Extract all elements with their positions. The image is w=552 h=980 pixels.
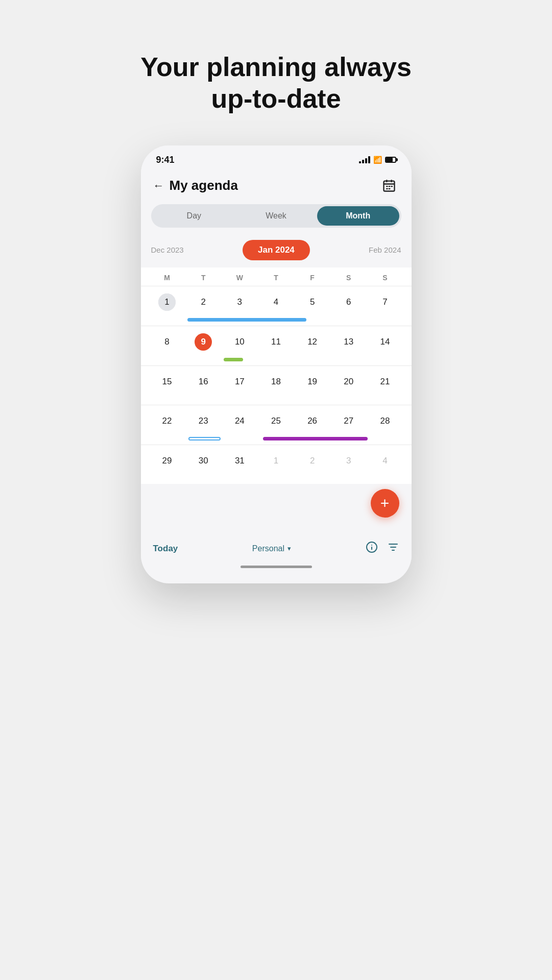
- calendar-day-feb-4[interactable]: 4: [367, 445, 403, 477]
- status-bar: 9:41 📶: [141, 145, 412, 170]
- calendar-day-24[interactable]: 24: [222, 405, 258, 437]
- calendar-grid: 1 2 3 4 5 6 7 8 9 10 11: [141, 286, 412, 484]
- back-button[interactable]: ←: [153, 179, 164, 192]
- calendar-day-11[interactable]: 11: [258, 326, 294, 358]
- calendar-week-3: 15 16 17 18 19 20 21: [141, 365, 412, 405]
- calendar-day-21[interactable]: 21: [367, 366, 403, 398]
- bottom-bar: Today Personal ▾: [141, 533, 412, 560]
- event-bar-week1: [149, 318, 403, 326]
- personal-dropdown[interactable]: Personal ▾: [252, 544, 291, 553]
- calendar-day-10[interactable]: 10: [222, 326, 258, 358]
- tab-week[interactable]: Week: [235, 206, 317, 226]
- home-indicator: [241, 566, 312, 568]
- event-bar-week2: [149, 358, 403, 365]
- calendar-day-13[interactable]: 13: [330, 326, 367, 358]
- day-header-f: F: [294, 272, 330, 284]
- event-blue-1: [187, 318, 307, 322]
- calendar-week-4: 22 23 24 25 26 27 28: [141, 405, 412, 445]
- calendar-day-9[interactable]: 9: [185, 326, 222, 358]
- calendar-icon: [382, 179, 396, 193]
- app-title: My agenda: [170, 178, 238, 193]
- calendar-day-28[interactable]: 28: [367, 405, 403, 437]
- personal-label: Personal: [252, 544, 284, 553]
- next-month-button[interactable]: Feb 2024: [369, 246, 401, 254]
- calendar-week-1: 1 2 3 4 5 6 7: [141, 286, 412, 326]
- day-header-m: M: [149, 272, 185, 284]
- calendar-day-1[interactable]: 1: [149, 286, 185, 318]
- tab-day[interactable]: Day: [153, 206, 235, 226]
- calendar-day-14[interactable]: 14: [367, 326, 403, 358]
- wifi-icon: 📶: [373, 156, 382, 164]
- calendar-day-12[interactable]: 12: [294, 326, 330, 358]
- calendar-day-16[interactable]: 16: [185, 366, 222, 398]
- add-event-button[interactable]: +: [371, 489, 399, 518]
- today-button[interactable]: Today: [153, 544, 178, 554]
- calendar-day-feb-3[interactable]: 3: [330, 445, 367, 477]
- day-headers: M T W T F S S: [141, 267, 412, 286]
- calendar-day-31[interactable]: 31: [222, 445, 258, 477]
- svg-point-11: [371, 545, 372, 546]
- phone-frame: 9:41 📶 ← My agenda: [141, 145, 412, 583]
- event-outline-blue: [188, 437, 221, 440]
- status-icons: 📶: [359, 156, 396, 164]
- bottom-icons: [366, 541, 399, 556]
- calendar-day-30[interactable]: 30: [185, 445, 222, 477]
- calendar-day-2[interactable]: 2: [185, 286, 222, 318]
- calendar-day-8[interactable]: 8: [149, 326, 185, 358]
- app-header: ← My agenda: [141, 170, 412, 204]
- svg-rect-6: [391, 186, 393, 187]
- calendar-day-7[interactable]: 7: [367, 286, 403, 318]
- day-header-w: W: [222, 272, 258, 284]
- svg-rect-4: [386, 186, 388, 187]
- calendar-day-27[interactable]: 27: [330, 405, 367, 437]
- day-header-s2: S: [367, 272, 403, 284]
- calendar-day-4[interactable]: 4: [258, 286, 294, 318]
- tab-switcher: Day Week Month: [151, 204, 401, 228]
- calendar-day-20[interactable]: 20: [330, 366, 367, 398]
- tab-month[interactable]: Month: [317, 206, 399, 226]
- calendar-day-5[interactable]: 5: [294, 286, 330, 318]
- event-purple-1: [263, 437, 368, 440]
- signal-bars-icon: [359, 156, 370, 163]
- day-header-t1: T: [185, 272, 222, 284]
- calendar-day-6[interactable]: 6: [330, 286, 367, 318]
- battery-icon: [385, 157, 396, 163]
- calendar-day-feb-1[interactable]: 1: [258, 445, 294, 477]
- event-green-1: [224, 358, 243, 361]
- current-month: Jan 2024: [243, 240, 310, 260]
- calendar-week-5: 29 30 31 1 2 3 4: [141, 445, 412, 484]
- calendar-view-button[interactable]: [379, 176, 399, 196]
- calendar-day-19[interactable]: 19: [294, 366, 330, 398]
- calendar-day-feb-2[interactable]: 2: [294, 445, 330, 477]
- month-navigation: Dec 2023 Jan 2024 Feb 2024: [141, 236, 412, 267]
- headline: Your planning always up-to-date: [140, 51, 412, 115]
- svg-rect-5: [388, 186, 390, 187]
- svg-rect-8: [388, 188, 390, 189]
- prev-month-button[interactable]: Dec 2023: [151, 246, 184, 254]
- calendar-day-29[interactable]: 29: [149, 445, 185, 477]
- calendar-day-22[interactable]: 22: [149, 405, 185, 437]
- svg-rect-7: [386, 188, 388, 189]
- calendar-day-3[interactable]: 3: [222, 286, 258, 318]
- day-header-s1: S: [330, 272, 367, 284]
- headline-line1: Your planning always: [140, 52, 412, 82]
- day-header-t2: T: [258, 272, 294, 284]
- calendar-day-23[interactable]: 23: [185, 405, 222, 437]
- calendar-day-26[interactable]: 26: [294, 405, 330, 437]
- calendar-day-25[interactable]: 25: [258, 405, 294, 437]
- calendar-day-17[interactable]: 17: [222, 366, 258, 398]
- calendar-day-15[interactable]: 15: [149, 366, 185, 398]
- status-time: 9:41: [156, 155, 175, 165]
- calendar-week-2: 8 9 10 11 12 13 14: [141, 326, 412, 365]
- calendar-day-18[interactable]: 18: [258, 366, 294, 398]
- filter-icon[interactable]: [387, 541, 399, 556]
- page-wrapper: Your planning always up-to-date 9:41 📶: [0, 20, 552, 980]
- info-icon[interactable]: [366, 541, 378, 556]
- event-bar-week4: [149, 437, 403, 445]
- chevron-down-icon: ▾: [287, 545, 291, 552]
- headline-line2: up-to-date: [211, 84, 341, 113]
